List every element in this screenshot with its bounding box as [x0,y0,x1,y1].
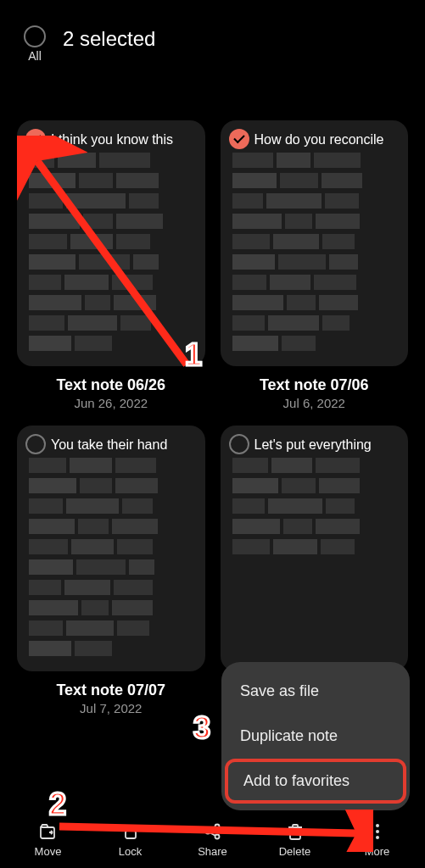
svg-point-4 [376,824,379,827]
select-all-circle-icon [24,25,46,47]
annotation-number-3: 3 [193,710,210,746]
bottom-toolbar: Move Lock Share Delete More [0,811,425,868]
svg-point-6 [376,836,379,839]
blurred-content [232,458,397,554]
select-all-button[interactable]: All [24,25,46,63]
lock-label: Lock [119,845,142,858]
blurred-content [232,153,397,351]
add-to-favorites-item[interactable]: Add to favorites [225,759,406,804]
share-label: Share [198,845,227,858]
blurred-content [29,153,193,351]
select-all-label: All [28,49,42,63]
more-label: More [365,845,390,858]
note-title: Text note 07/07 [17,682,205,699]
move-label: Move [35,845,62,858]
blurred-content [29,458,193,656]
share-icon [203,821,223,842]
unchecked-circle-icon[interactable] [229,434,249,454]
more-button[interactable]: More [336,821,418,858]
note-card[interactable]: I think you know this Text note 06/26 Ju… [17,120,205,410]
note-preview-text: How do you reconcile [254,132,397,147]
note-preview-text: Let's put everything [254,437,397,453]
selected-count-text: 2 selected [63,27,155,51]
note-date: Jun 26, 2022 [17,396,205,410]
unchecked-circle-icon[interactable] [25,434,46,454]
note-preview-text: You take their hand [51,437,193,453]
share-button[interactable]: Share [171,821,254,858]
save-as-file-item[interactable]: Save as file [221,669,410,714]
note-card[interactable]: You take their hand Text note 07/07 Jul … [17,426,205,715]
note-title: Text note 06/26 [17,376,205,394]
more-icon [367,821,388,842]
note-preview-text: I think you know this [51,132,193,147]
note-date: Jul 6, 2022 [221,396,409,410]
delete-label: Delete [279,845,311,858]
note-card[interactable]: How do you reconcile Text note 07/06 Jul… [221,120,409,410]
note-date: Jul 7, 2022 [17,701,205,715]
delete-icon [285,821,305,842]
duplicate-note-item[interactable]: Duplicate note [221,714,410,759]
note-title: Text note 07/06 [221,376,409,394]
checkmark-icon[interactable] [25,129,46,149]
svg-rect-0 [126,831,136,838]
lock-icon [120,821,141,842]
lock-button[interactable]: Lock [89,821,171,858]
more-menu-popup: Save as file Duplicate note Add to favor… [221,662,410,810]
svg-point-5 [376,830,379,833]
move-button[interactable]: Move [7,821,89,858]
delete-button[interactable]: Delete [254,821,336,858]
checkmark-icon[interactable] [229,129,249,149]
move-icon [38,821,59,842]
